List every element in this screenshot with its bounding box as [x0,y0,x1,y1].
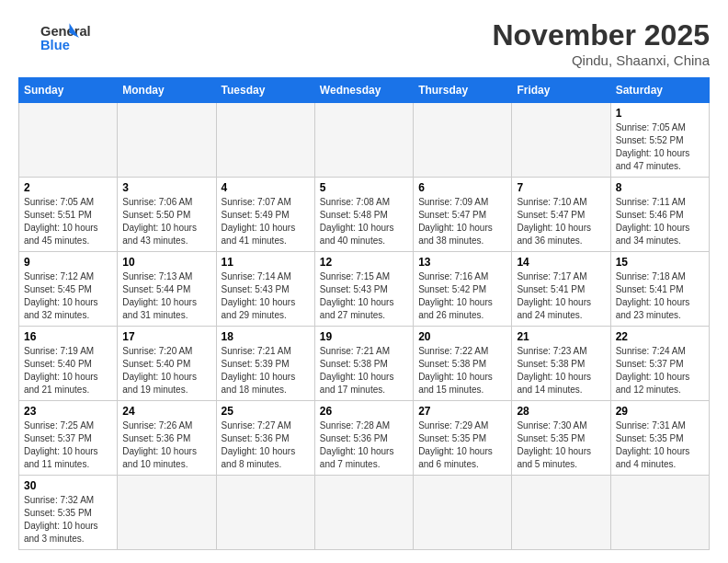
day-number: 24 [122,405,210,418]
calendar-cell [414,103,512,178]
calendar-cell: 28Sunrise: 7:30 AM Sunset: 5:35 PM Dayli… [512,401,610,476]
calendar-cell: 13Sunrise: 7:16 AM Sunset: 5:42 PM Dayli… [414,252,512,327]
calendar-cell: 17Sunrise: 7:20 AM Sunset: 5:40 PM Dayli… [118,327,216,401]
week-row-1: 1Sunrise: 7:05 AM Sunset: 5:52 PM Daylig… [19,103,710,178]
day-info: Sunrise: 7:20 AM Sunset: 5:40 PM Dayligh… [122,345,210,396]
day-number: 30 [24,479,112,492]
calendar-cell [216,103,314,178]
day-info: Sunrise: 7:06 AM Sunset: 5:50 PM Dayligh… [122,196,210,247]
day-info: Sunrise: 7:28 AM Sunset: 5:36 PM Dayligh… [320,419,408,471]
calendar-cell [19,103,118,178]
day-number: 12 [320,256,408,269]
svg-text:Blue: Blue [40,38,70,52]
calendar-cell: 27Sunrise: 7:29 AM Sunset: 5:35 PM Dayli… [414,401,512,476]
week-row-4: 16Sunrise: 7:19 AM Sunset: 5:40 PM Dayli… [19,327,710,401]
day-info: Sunrise: 7:21 AM Sunset: 5:38 PM Dayligh… [320,345,408,396]
day-number: 15 [616,256,704,269]
calendar-cell [118,476,216,550]
day-number: 29 [616,405,704,418]
day-number: 14 [517,256,605,269]
day-info: Sunrise: 7:11 AM Sunset: 5:46 PM Dayligh… [616,196,704,247]
calendar-cell: 9Sunrise: 7:12 AM Sunset: 5:45 PM Daylig… [19,252,118,327]
day-number: 28 [517,405,605,418]
weekday-header-saturday: Saturday [610,78,709,103]
day-number: 6 [418,181,506,194]
day-number: 13 [418,256,506,269]
day-info: Sunrise: 7:32 AM Sunset: 5:35 PM Dayligh… [24,494,112,546]
day-number: 9 [24,256,112,269]
day-info: Sunrise: 7:27 AM Sunset: 5:36 PM Dayligh… [222,419,310,471]
calendar-cell: 6Sunrise: 7:09 AM Sunset: 5:47 PM Daylig… [414,178,512,252]
day-info: Sunrise: 7:31 AM Sunset: 5:35 PM Dayligh… [616,419,704,471]
weekday-header-sunday: Sunday [19,78,118,103]
calendar-cell: 2Sunrise: 7:05 AM Sunset: 5:51 PM Daylig… [19,178,118,252]
calendar-cell: 10Sunrise: 7:13 AM Sunset: 5:44 PM Dayli… [118,252,216,327]
calendar-cell: 18Sunrise: 7:21 AM Sunset: 5:39 PM Dayli… [216,327,314,401]
calendar-cell: 19Sunrise: 7:21 AM Sunset: 5:38 PM Dayli… [314,327,413,401]
day-info: Sunrise: 7:08 AM Sunset: 5:48 PM Dayligh… [320,196,408,247]
day-number: 11 [222,256,310,269]
week-row-3: 9Sunrise: 7:12 AM Sunset: 5:45 PM Daylig… [19,252,710,327]
day-info: Sunrise: 7:05 AM Sunset: 5:52 PM Dayligh… [616,121,704,173]
day-info: Sunrise: 7:09 AM Sunset: 5:47 PM Dayligh… [418,196,506,247]
day-number: 21 [517,330,605,343]
calendar-cell [314,103,413,178]
day-info: Sunrise: 7:16 AM Sunset: 5:42 PM Dayligh… [418,270,506,322]
day-info: Sunrise: 7:23 AM Sunset: 5:38 PM Dayligh… [517,345,605,396]
day-info: Sunrise: 7:25 AM Sunset: 5:37 PM Dayligh… [24,419,112,471]
calendar-cell: 5Sunrise: 7:08 AM Sunset: 5:48 PM Daylig… [314,178,413,252]
day-info: Sunrise: 7:30 AM Sunset: 5:35 PM Dayligh… [517,419,605,471]
day-number: 26 [320,405,408,418]
svg-text:General: General [40,24,91,39]
day-number: 18 [222,330,310,343]
day-number: 27 [418,405,506,418]
day-info: Sunrise: 7:15 AM Sunset: 5:43 PM Dayligh… [320,270,408,322]
day-info: Sunrise: 7:19 AM Sunset: 5:40 PM Dayligh… [24,345,112,396]
calendar-cell [216,476,314,550]
day-info: Sunrise: 7:12 AM Sunset: 5:45 PM Dayligh… [24,270,112,322]
calendar-header: General Blue November 2025 Qindu, Shaanx… [18,18,710,68]
weekday-header-tuesday: Tuesday [216,78,314,103]
day-info: Sunrise: 7:22 AM Sunset: 5:38 PM Dayligh… [418,345,506,396]
weekday-header-thursday: Thursday [414,78,512,103]
calendar-subtitle: Qindu, Shaanxi, China [492,52,710,68]
title-block: November 2025 Qindu, Shaanxi, China [492,18,710,68]
day-number: 23 [24,405,112,418]
calendar-cell: 4Sunrise: 7:07 AM Sunset: 5:49 PM Daylig… [216,178,314,252]
day-info: Sunrise: 7:10 AM Sunset: 5:47 PM Dayligh… [517,196,605,247]
calendar-cell: 30Sunrise: 7:32 AM Sunset: 5:35 PM Dayli… [19,476,118,550]
week-row-6: 30Sunrise: 7:32 AM Sunset: 5:35 PM Dayli… [19,476,710,550]
day-number: 20 [418,330,506,343]
day-number: 16 [24,330,112,343]
calendar-cell: 12Sunrise: 7:15 AM Sunset: 5:43 PM Dayli… [314,252,413,327]
calendar-cell: 21Sunrise: 7:23 AM Sunset: 5:38 PM Dayli… [512,327,610,401]
calendar-cell: 3Sunrise: 7:06 AM Sunset: 5:50 PM Daylig… [118,178,216,252]
day-number: 4 [222,181,310,194]
calendar-cell [118,103,216,178]
calendar-cell: 7Sunrise: 7:10 AM Sunset: 5:47 PM Daylig… [512,178,610,252]
calendar-cell: 25Sunrise: 7:27 AM Sunset: 5:36 PM Dayli… [216,401,314,476]
day-number: 5 [320,181,408,194]
weekday-header-wednesday: Wednesday [314,78,413,103]
logo: General Blue [18,18,101,57]
calendar-cell: 23Sunrise: 7:25 AM Sunset: 5:37 PM Dayli… [19,401,118,476]
day-number: 19 [320,330,408,343]
calendar-cell: 11Sunrise: 7:14 AM Sunset: 5:43 PM Dayli… [216,252,314,327]
calendar-cell [512,103,610,178]
calendar-title: November 2025 [492,18,710,52]
day-info: Sunrise: 7:14 AM Sunset: 5:43 PM Dayligh… [222,270,310,322]
day-number: 22 [616,330,704,343]
day-number: 1 [616,107,704,120]
calendar-cell: 8Sunrise: 7:11 AM Sunset: 5:46 PM Daylig… [610,178,709,252]
weekday-header-friday: Friday [512,78,610,103]
calendar-cell: 14Sunrise: 7:17 AM Sunset: 5:41 PM Dayli… [512,252,610,327]
calendar-cell: 22Sunrise: 7:24 AM Sunset: 5:37 PM Dayli… [610,327,709,401]
calendar-cell: 29Sunrise: 7:31 AM Sunset: 5:35 PM Dayli… [610,401,709,476]
weekday-header-row: SundayMondayTuesdayWednesdayThursdayFrid… [19,78,710,103]
calendar-cell [610,476,709,550]
day-number: 7 [517,181,605,194]
calendar-cell: 24Sunrise: 7:26 AM Sunset: 5:36 PM Dayli… [118,401,216,476]
calendar-cell [512,476,610,550]
calendar-cell: 16Sunrise: 7:19 AM Sunset: 5:40 PM Dayli… [19,327,118,401]
day-info: Sunrise: 7:07 AM Sunset: 5:49 PM Dayligh… [222,196,310,247]
